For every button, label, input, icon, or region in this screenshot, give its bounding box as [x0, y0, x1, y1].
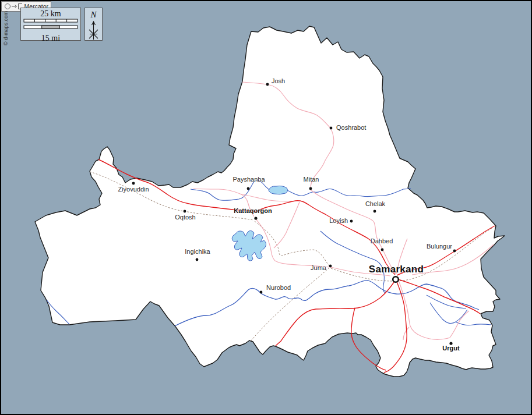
map-canvas: Josh Qoshrabot Ziyovuddin Payshanba Mita…	[0, 0, 532, 415]
city-dot-ziyovuddin	[132, 182, 135, 185]
city-label-kattaqorgon: Kattaqorgon	[234, 207, 272, 214]
city-dot-nurobod	[260, 291, 263, 294]
copyright-text: © d-maps.com	[3, 5, 9, 45]
city-dot-kattaqorgon	[254, 217, 257, 219]
city-dot-juma	[329, 265, 332, 268]
lake-payshanba	[269, 186, 288, 194]
city-label-bulungur: Bulungur	[427, 243, 452, 250]
city-dot-chelak	[374, 210, 376, 213]
scale-bar-box: 25 km 15 mi	[20, 8, 81, 41]
city-label-urgut: Urgut	[442, 345, 459, 352]
city-label-chelak: Chelak	[365, 200, 385, 207]
region-shape	[35, 26, 505, 377]
city-label-ziyovuddin: Ziyovuddin	[118, 186, 149, 193]
city-label-loyish: Loyish	[329, 217, 348, 224]
north-label: N	[85, 10, 102, 20]
city-dot-payshanba	[247, 187, 250, 190]
city-label-oqtosh: Oqtosh	[175, 214, 195, 221]
city-dot-bulungur	[453, 250, 456, 253]
city-dot-dahbed	[381, 249, 384, 251]
city-label-nurobod: Nurobod	[266, 284, 291, 291]
city-label-dahbed: Dahbed	[371, 237, 393, 244]
scale-mi-label: 15 mi	[21, 34, 80, 42]
city-label-juma: Juma	[311, 264, 326, 271]
city-dot-ingichika	[196, 258, 199, 261]
city-dot-oqtosh	[184, 210, 186, 213]
scale-bar-graphic	[21, 18, 80, 31]
city-label-mitan: Mitan	[304, 176, 319, 183]
city-label-josh: Josh	[272, 77, 285, 84]
capital-ring-samarkand	[393, 276, 399, 282]
north-arrow-icon	[85, 20, 102, 41]
city-dot-mitan	[309, 187, 312, 190]
city-dot-loyish	[350, 220, 353, 223]
north-arrow-box: N	[84, 8, 103, 41]
scale-km-label: 25 km	[21, 9, 80, 18]
city-label-ingichika: Ingichika	[185, 248, 210, 255]
city-label-samarkand: Samarkand	[369, 266, 424, 273]
city-label-qoshrabot: Qoshrabot	[336, 124, 366, 131]
city-dot-qoshrabot	[330, 127, 333, 130]
city-dot-josh	[266, 83, 269, 86]
city-label-payshanba: Payshanba	[232, 176, 265, 183]
